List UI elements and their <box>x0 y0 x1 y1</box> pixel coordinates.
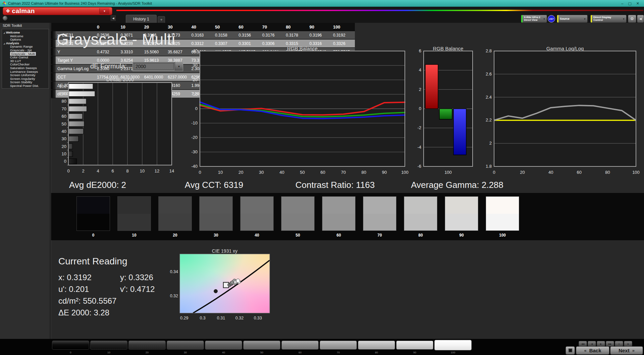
media-button-step-back[interactable]: ◀ <box>588 341 596 347</box>
rgb-bar-green <box>439 109 452 119</box>
sidebar-item-welcome[interactable]: Welcome <box>10 34 23 38</box>
svg-text:60: 60 <box>577 170 582 175</box>
sidebar-item-options[interactable]: Options <box>10 38 21 41</box>
footer-step-30[interactable] <box>167 341 204 350</box>
sidebar-item-luminance-sweeps[interactable]: Luminance Sweeps <box>10 70 38 73</box>
maximize-button[interactable]: ▢ <box>628 1 631 6</box>
svg-text:50: 50 <box>62 121 66 126</box>
sidebar-item-saturation-sweeps[interactable]: Saturation Sweeps <box>10 66 37 70</box>
close-button[interactable]: ✕ <box>636 1 639 6</box>
sidebar-collapse-button[interactable]: ◀ <box>111 15 116 21</box>
footer-step-label: 60 <box>281 351 319 354</box>
swatch-actual <box>322 197 355 214</box>
footer-step-0[interactable] <box>52 341 89 350</box>
chevron-down-icon: ▼ <box>623 18 626 20</box>
table-column-header: 50 <box>213 23 237 31</box>
sidebar-item-spectral-power-dist[interactable]: Spectral Power Dist. <box>10 84 39 88</box>
footer-step-10[interactable] <box>90 341 127 350</box>
tree-expand-icon[interactable]: ◢ <box>3 43 5 45</box>
gear-icon: ⚙ <box>630 16 634 21</box>
grayscale-swatch-50 <box>281 196 315 231</box>
svg-text:0.3: 0.3 <box>200 316 205 320</box>
back-button[interactable]: « Back <box>576 346 609 355</box>
swatch-target <box>118 214 151 231</box>
stop-measure-button[interactable] <box>566 346 575 355</box>
chevrons-right-icon: » <box>632 348 635 353</box>
table-column-header: 90 <box>308 23 331 31</box>
tree-expand-icon[interactable]: ◢ <box>3 32 5 34</box>
next-button[interactable]: Next » <box>610 346 643 355</box>
tab-history-1[interactable]: History 1 <box>126 15 157 23</box>
sidebar-item-color-gamut[interactable]: Color Gamut <box>10 55 28 59</box>
footer-step-50[interactable] <box>243 341 280 350</box>
workspace-indicator[interactable] <box>3 16 7 20</box>
meter-dropdown[interactable]: X-Rite i1Pro 2 Direct View ▼ <box>521 15 547 23</box>
svg-text:100: 100 <box>632 170 640 175</box>
sidebar-item-analysis[interactable]: ◢Analysis <box>3 41 19 45</box>
footer-step-60[interactable] <box>281 341 319 350</box>
svg-text:2.4: 2.4 <box>486 95 492 100</box>
panel-collapse-button[interactable]: ◀ <box>637 15 644 23</box>
sidebar: SDR Toolkit ◢WelcomeWelcomeOptions◢Analy… <box>0 23 50 339</box>
swatch-target <box>322 214 355 231</box>
chevron-down-icon: ▼ <box>584 18 587 20</box>
sidebar-item-grayscale-2pt[interactable]: Grayscale - 2pt <box>10 48 32 52</box>
sidebar-item-colorchecker[interactable]: ColorChecker <box>10 62 30 66</box>
page-title: Grayscale - Multi <box>57 30 175 48</box>
svg-text:30: 30 <box>259 170 264 175</box>
sidebar-item-welcome[interactable]: ◢Welcome <box>3 31 20 34</box>
svg-text:100: 100 <box>444 170 452 175</box>
meter-count-badge[interactable]: 237 <box>548 15 555 22</box>
media-button-step-forward[interactable]: ▶▶ <box>606 341 614 347</box>
svg-text:1.8: 1.8 <box>486 164 492 169</box>
footer-step-80[interactable] <box>358 341 395 350</box>
svg-text:40: 40 <box>62 129 66 134</box>
media-button-rewind[interactable]: ◀◀ <box>579 341 587 347</box>
swatch-target <box>77 214 110 231</box>
table-corner <box>51 23 56 31</box>
footer-step-20[interactable] <box>128 341 166 350</box>
sidebar-item-dynamic-range[interactable]: Dynamic Range <box>10 45 33 48</box>
svg-text:60: 60 <box>62 114 66 119</box>
source-dropdown[interactable]: Source ▼ <box>557 15 588 23</box>
add-tab-button[interactable]: + <box>158 16 165 23</box>
svg-text:0.29: 0.29 <box>180 316 188 320</box>
source-label: Source <box>558 17 571 20</box>
footer-step-100[interactable] <box>434 340 472 350</box>
media-button-play[interactable]: ▶ <box>597 341 605 347</box>
footer-step-90[interactable] <box>396 341 433 350</box>
footer-step-70[interactable] <box>320 341 357 350</box>
table-row-gutter <box>51 40 56 48</box>
table-cell: 15.5060 <box>143 48 166 56</box>
sidebar-item-screen-stability[interactable]: Screen Stability <box>10 80 32 84</box>
de-formula-value: 2000 <box>134 63 174 70</box>
swatch-actual <box>281 197 314 214</box>
minimize-button[interactable]: – <box>621 1 623 6</box>
media-button-record[interactable]: ● <box>615 341 623 347</box>
svg-text:0: 0 <box>493 170 495 175</box>
sidebar-item-screen-uniformity[interactable]: Screen Uniformity <box>10 73 36 77</box>
table-row-label: Target Y <box>56 56 95 65</box>
settings-button[interactable]: ⚙ <box>628 15 636 23</box>
footer-step-40[interactable] <box>205 341 242 350</box>
display-control-dropdown[interactable]: Direct Display Control ▼ <box>590 15 627 23</box>
calman-menu-button[interactable]: ❖ calman ▼ <box>3 7 112 15</box>
swatch-level-label: 40 <box>240 233 274 238</box>
svg-text:14: 14 <box>169 168 174 173</box>
svg-text:90: 90 <box>62 91 66 96</box>
de-formula-dropdown[interactable]: 2000 ▼ <box>132 62 183 71</box>
stat-avg-cct: Avg CCT: 6319 <box>185 180 243 190</box>
media-button-stop[interactable]: ■ <box>624 341 632 347</box>
stat-average-gamma: Average Gamma: 2.288 <box>411 180 503 190</box>
sidebar-item-grayscale-multi[interactable]: Grayscale - Multi <box>10 52 36 56</box>
svg-text:70: 70 <box>62 106 66 111</box>
swatch-level-label: 30 <box>199 233 233 238</box>
sidebar-item-screen-angularity[interactable]: Screen Angularity <box>10 77 35 81</box>
deltae-bar-70 <box>69 106 87 111</box>
svg-text:50: 50 <box>300 170 305 175</box>
swatch-level-label: 100 <box>486 233 519 238</box>
sidebar-item-3d-lut[interactable]: 3D LUT <box>10 59 21 63</box>
calman-menu-arrow[interactable]: ▼ <box>99 8 109 14</box>
record-icon: ● <box>619 343 620 345</box>
svg-text:-2: -2 <box>417 125 421 130</box>
